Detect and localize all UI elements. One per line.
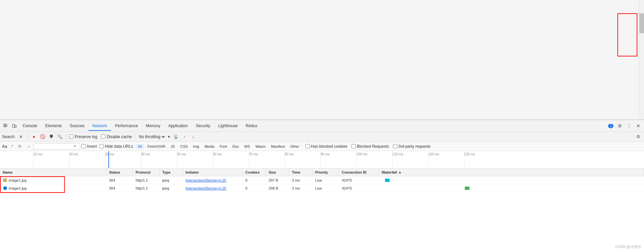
th-size[interactable]: Size — [266, 168, 289, 176]
type-chip-css[interactable]: CSS — [178, 144, 190, 149]
table-rows-container: 🖼️ image1.jpg 304 http/1.1 jpeg Intersec… — [0, 176, 644, 192]
type-chip-ws[interactable]: WS — [242, 144, 252, 149]
network-settings-icon[interactable]: ⚙ — [635, 133, 642, 140]
filter-clear-button[interactable]: ✕ — [73, 144, 76, 148]
hide-data-urls-label[interactable]: Hide data URLs — [99, 144, 133, 149]
more-options-icon[interactable]: ⋮ — [625, 122, 633, 130]
filter-placeholder-button[interactable]: ○ — [25, 143, 32, 150]
initiator-link-1[interactable]: IntersectionOberver.js:25 — [186, 186, 226, 190]
td-protocol-1: http/1.1 — [133, 184, 160, 192]
gridline-1 — [69, 151, 69, 168]
td-priority-1: Low — [313, 184, 339, 192]
search-button[interactable]: 🔍 — [56, 133, 64, 140]
record-button[interactable]: ● — [30, 133, 38, 140]
td-initiator-1[interactable]: IntersectionOberver.js:25 — [183, 184, 243, 192]
tab-redux[interactable]: Redux — [242, 122, 261, 131]
inspect-element-icon[interactable] — [2, 122, 10, 130]
notifications-badge[interactable]: 1 — [608, 124, 613, 128]
initiator-link-0[interactable]: IntersectionOberver.js:25 — [186, 178, 226, 182]
stop-recording-button[interactable]: 🚫 — [39, 133, 46, 140]
export-har-button[interactable]: ↑ — [181, 133, 188, 140]
table-row[interactable]: 🔵 image2.jpg 304 http/1.1 jpeg Intersect… — [0, 184, 644, 192]
network-toolbar: Search ✕ ● 🚫 ⛊ 🔍 Preserve log Disable ca… — [0, 132, 644, 142]
tab-sources[interactable]: Sources — [66, 122, 88, 131]
blocked-requests-label[interactable]: Blocked Requests — [351, 144, 389, 149]
type-chip-js[interactable]: JS — [168, 144, 177, 149]
th-waterfall[interactable]: Waterfall ▲ — [379, 168, 644, 176]
timeline-gridlines — [33, 151, 644, 168]
th-type[interactable]: Type — [160, 168, 183, 176]
tab-performance[interactable]: Performance — [111, 122, 142, 131]
th-name[interactable]: Name — [0, 168, 106, 176]
th-time[interactable]: Time — [289, 168, 313, 176]
th-protocol[interactable]: Protocol — [133, 168, 160, 176]
td-status-1: 304 — [106, 184, 133, 192]
th-cookies[interactable]: Cookies — [243, 168, 266, 176]
gridline-4 — [177, 151, 177, 168]
throttle-select[interactable]: No throttling Fast 3G Slow 3G — [138, 134, 166, 139]
td-cookies-0: 0 — [243, 176, 266, 184]
tab-security[interactable]: Security — [192, 122, 214, 131]
invert-label[interactable]: Invert — [81, 144, 97, 149]
td-waterfall-0 — [379, 176, 644, 184]
network-timeline: 10 ms20 ms30 ms40 ms50 ms60 ms70 ms80 ms… — [0, 151, 644, 168]
type-chip-doc[interactable]: Doc — [230, 144, 241, 149]
th-priority[interactable]: Priority — [313, 168, 339, 176]
close-search-button[interactable]: ✕ — [17, 133, 25, 140]
filter-refresh-button[interactable]: ↻ — [16, 143, 24, 150]
tab-network[interactable]: Network — [88, 122, 111, 131]
has-blocked-cookies-checkbox[interactable] — [306, 144, 310, 148]
filter-input[interactable] — [35, 144, 73, 149]
td-waterfall-1 — [379, 184, 644, 192]
waterfall-bar-0 — [385, 179, 390, 182]
tab-application[interactable]: Application — [164, 122, 192, 131]
tab-elements[interactable]: Elements — [41, 122, 66, 131]
tab-console[interactable]: Console — [19, 122, 41, 131]
td-priority-0: Low — [313, 176, 339, 184]
disable-cache-label[interactable]: Disable cache — [101, 134, 132, 139]
has-blocked-cookies-label[interactable]: Has blocked cookies — [306, 144, 347, 149]
td-name-0: 🖼️ image1.jpg — [0, 176, 106, 184]
preserve-log-label[interactable]: Preserve log — [69, 134, 97, 139]
td-size-1: 298 B — [266, 184, 289, 192]
th-initiator[interactable]: Initiator — [183, 168, 243, 176]
browser-scrollbar[interactable] — [639, 0, 644, 119]
td-initiator-0[interactable]: IntersectionOberver.js:25 — [183, 176, 243, 184]
hide-data-urls-checkbox[interactable] — [99, 144, 104, 148]
filter-regex-button[interactable]: .* — [8, 143, 15, 150]
blocked-requests-checkbox[interactable] — [351, 144, 356, 148]
scrollbar-thumb[interactable] — [639, 13, 644, 33]
type-chip-other[interactable]: Other — [288, 144, 302, 149]
tab-memory[interactable]: Memory — [142, 122, 164, 131]
th-connection-id[interactable]: Connection ID — [339, 168, 379, 176]
table-row[interactable]: 🖼️ image1.jpg 304 http/1.1 jpeg Intersec… — [0, 176, 644, 184]
type-chip-manifest[interactable]: Manifest — [269, 144, 287, 149]
type-chip-img[interactable]: Img — [191, 144, 201, 149]
separator-1 — [27, 134, 28, 140]
invert-checkbox[interactable] — [81, 144, 86, 148]
th-status[interactable]: Status — [106, 168, 133, 176]
settings-icon[interactable]: ⚙ — [616, 122, 624, 130]
filter-aa-button[interactable]: Aa — [2, 144, 7, 149]
type-chip-media[interactable]: Media — [202, 144, 217, 149]
third-party-requests-checkbox[interactable] — [393, 144, 397, 148]
type-chip-all[interactable]: All — [136, 144, 144, 149]
tab-lighthouse[interactable]: Lighthouse — [214, 122, 242, 131]
gridline-3 — [141, 151, 141, 168]
preserve-log-checkbox[interactable] — [69, 134, 73, 139]
file-type-icon-1: 🔵 — [3, 186, 7, 191]
import-har-button[interactable]: 📡 — [172, 133, 180, 140]
device-toggle-icon[interactable] — [10, 122, 18, 130]
gridline-9 — [356, 151, 357, 168]
devtools-tabs-right: 1 ⚙ ⋮ ✕ — [608, 122, 643, 130]
clear-button[interactable]: ↓ — [190, 133, 197, 140]
filter-button[interactable]: ⛊ — [48, 133, 55, 140]
type-chip-fetch/xhr[interactable]: Fetch/XHR — [145, 144, 168, 149]
type-chip-wasm[interactable]: Wasm — [253, 144, 268, 149]
close-devtools-icon[interactable]: ✕ — [634, 122, 642, 130]
disable-cache-checkbox[interactable] — [101, 134, 105, 139]
td-type-0: jpeg — [160, 176, 183, 184]
third-party-requests-label[interactable]: 3rd-party requests — [393, 144, 431, 149]
gridline-2 — [105, 151, 105, 168]
type-chip-font[interactable]: Font — [217, 144, 229, 149]
